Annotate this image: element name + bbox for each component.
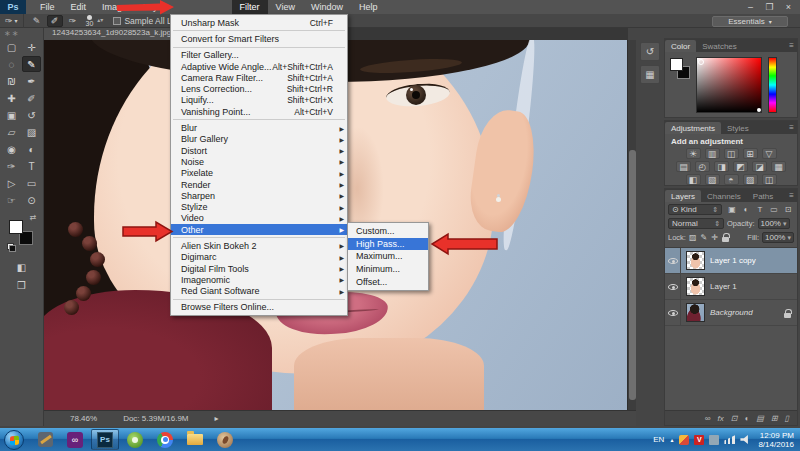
- menubar-item-edit[interactable]: Edit: [63, 0, 95, 14]
- other-submenu-item-minimum[interactable]: Minimum...: [348, 263, 428, 276]
- start-button[interactable]: [4, 430, 24, 450]
- filter-menu-item-imagenomic[interactable]: Imagenomic▶: [171, 274, 347, 285]
- brush-size-stepper[interactable]: ▴▾: [97, 18, 103, 23]
- filter-menu-item-digital-film-tools[interactable]: Digital Film Tools▶: [171, 263, 347, 274]
- menubar-item-filter[interactable]: Filter: [232, 0, 268, 14]
- layer-row-layer-1-copy[interactable]: Layer 1 copy: [665, 248, 797, 274]
- fill-dropdown[interactable]: 100% ▾: [762, 232, 794, 243]
- filter-menu-item-camera-raw-filter[interactable]: Camera Raw Filter...Shift+Ctrl+A: [171, 72, 347, 83]
- filter-menu-item-unsharp-mask[interactable]: Unsharp MaskCtrl+F: [171, 17, 347, 28]
- menubar-item-image[interactable]: Image: [94, 0, 135, 14]
- pen-tool[interactable]: ✑: [2, 158, 21, 174]
- swap-colors-icon[interactable]: ⇄: [30, 213, 37, 222]
- filter-menu-item-red-giant-software[interactable]: Red Giant Software▶: [171, 286, 347, 297]
- visibility-cell[interactable]: [665, 274, 681, 300]
- type-tool[interactable]: T: [22, 158, 41, 174]
- tool-preset-picker[interactable]: ✑ ▾: [0, 14, 24, 28]
- brush-size-control[interactable]: 30: [86, 15, 94, 27]
- recorder-app-icon[interactable]: [121, 429, 149, 450]
- screen-mode-button[interactable]: ❒: [12, 278, 31, 292]
- filter-menu-item-stylize[interactable]: Stylize▶: [171, 201, 347, 212]
- lock-all-icon[interactable]: [722, 237, 729, 242]
- foreground-color-swatch[interactable]: [670, 58, 683, 71]
- visibility-cell[interactable]: [665, 248, 681, 274]
- posterize-icon[interactable]: ▧: [705, 174, 720, 185]
- filter-menu-item-convert-for-smart-filters[interactable]: Convert for Smart Filters: [171, 33, 347, 44]
- panel-menu-icon[interactable]: ≡: [789, 191, 794, 200]
- visibility-cell[interactable]: [665, 300, 681, 326]
- vibrance-icon[interactable]: ▽: [762, 148, 777, 159]
- type-layer-filter-icon[interactable]: T: [754, 204, 766, 215]
- black-white-icon[interactable]: ◨: [714, 161, 729, 172]
- panel-menu-icon[interactable]: ≡: [789, 123, 794, 132]
- zoom-tool[interactable]: ⊙: [22, 192, 41, 208]
- filter-menu-item-digimarc[interactable]: Digimarc▶: [171, 252, 347, 263]
- minimize-button[interactable]: –: [741, 0, 760, 13]
- opacity-dropdown[interactable]: 100% ▾: [758, 218, 790, 229]
- photoshop-icon[interactable]: Ps: [91, 429, 119, 450]
- menubar-item-file[interactable]: File: [32, 0, 63, 14]
- scrollbar-thumb[interactable]: [629, 150, 636, 400]
- panel-menu-icon[interactable]: ≡: [789, 41, 794, 50]
- crop-tool[interactable]: ₪: [2, 73, 21, 89]
- layer-style-icon[interactable]: fx: [718, 414, 724, 423]
- utility-app-icon[interactable]: [31, 429, 59, 450]
- tab-adjustments[interactable]: Adjustments: [665, 122, 721, 134]
- blend-mode-dropdown[interactable]: Normal ⇕: [668, 218, 724, 229]
- default-colors-icon[interactable]: [7, 243, 16, 252]
- filter-menu-item-sharpen[interactable]: Sharpen▶: [171, 190, 347, 201]
- quick-mask-button[interactable]: ◧: [12, 260, 31, 274]
- hand-tool[interactable]: ☞: [2, 192, 21, 208]
- adjustment-layer-filter-icon[interactable]: ◐: [740, 204, 752, 215]
- tray-v-icon[interactable]: V: [694, 435, 704, 445]
- filter-menu-item-distort[interactable]: Distort▶: [171, 145, 347, 156]
- filter-menu-item-render[interactable]: Render▶: [171, 179, 347, 190]
- new-adjustment-layer-icon[interactable]: ◐: [744, 414, 749, 423]
- volume-icon[interactable]: [740, 435, 750, 444]
- move-tool[interactable]: ✛: [22, 39, 41, 55]
- tab-paths[interactable]: Paths: [747, 190, 779, 202]
- filter-menu-item-blur-gallery[interactable]: Blur Gallery▶: [171, 134, 347, 145]
- other-submenu-item-high-pass[interactable]: High Pass...: [348, 238, 428, 251]
- language-indicator[interactable]: EN: [653, 435, 664, 444]
- layer-filter-kind-dropdown[interactable]: ⊙ Kind ⇕: [668, 204, 722, 215]
- explorer-folder-icon[interactable]: [181, 429, 209, 450]
- saturation-brightness-picker[interactable]: [696, 57, 762, 113]
- vertical-scrollbar[interactable]: [627, 40, 636, 410]
- paint-app-icon[interactable]: [211, 429, 239, 450]
- brush-tool[interactable]: ✐: [22, 90, 41, 106]
- brightness-contrast-icon[interactable]: ☀: [686, 148, 701, 159]
- properties-panel-icon[interactable]: ▦: [640, 65, 660, 84]
- filter-menu-item-video[interactable]: Video▶: [171, 213, 347, 224]
- tab-styles[interactable]: Styles: [721, 122, 755, 134]
- filter-menu-item-lens-correction[interactable]: Lens Correction...Shift+Ctrl+R: [171, 83, 347, 94]
- status-menu-arrow-icon[interactable]: ▸: [215, 414, 219, 423]
- layer-mask-icon[interactable]: ⊡: [731, 414, 738, 423]
- filter-menu-item-other[interactable]: Other▶: [171, 224, 347, 235]
- layer-row-layer-1[interactable]: Layer 1: [665, 274, 797, 300]
- taskbar-clock[interactable]: 12:09 PM 8/14/2016: [758, 431, 794, 449]
- filter-menu-item-filter-gallery[interactable]: Filter Gallery...: [171, 50, 347, 61]
- other-submenu-item-offset[interactable]: Offset...: [348, 275, 428, 288]
- lock-transparency-icon[interactable]: ▨: [689, 233, 697, 242]
- panel-grip[interactable]: ∗∗: [0, 28, 43, 39]
- eyedropper-tool[interactable]: ✒: [22, 73, 41, 89]
- shape-tool[interactable]: ▭: [22, 175, 41, 191]
- rectangular-marquee-tool[interactable]: ▢: [2, 39, 21, 55]
- healing-brush-tool[interactable]: ✚: [2, 90, 21, 106]
- hue-saturation-icon[interactable]: ▤: [676, 161, 691, 172]
- history-brush-tool[interactable]: ↺: [22, 107, 41, 123]
- menubar-item-window[interactable]: Window: [303, 0, 351, 14]
- selective-color-icon[interactable]: ◫: [762, 174, 777, 185]
- levels-icon[interactable]: ▥: [705, 148, 720, 159]
- foreground-color-swatch[interactable]: [9, 220, 23, 234]
- new-layer-icon[interactable]: ⊞: [771, 414, 778, 423]
- visual-studio-icon[interactable]: ∞: [61, 429, 89, 450]
- filter-menu-item-alien-skin-bokeh-2[interactable]: Alien Skin Bokeh 2▶: [171, 240, 347, 251]
- clone-stamp-tool[interactable]: ▣: [2, 107, 21, 123]
- layer-thumbnail[interactable]: [686, 277, 705, 296]
- delete-layer-icon[interactable]: ▯: [785, 414, 789, 423]
- color-balance-icon[interactable]: ◴: [695, 161, 710, 172]
- zoom-level[interactable]: 78.46%: [70, 414, 97, 423]
- show-hidden-icons-button[interactable]: ▴: [670, 436, 673, 443]
